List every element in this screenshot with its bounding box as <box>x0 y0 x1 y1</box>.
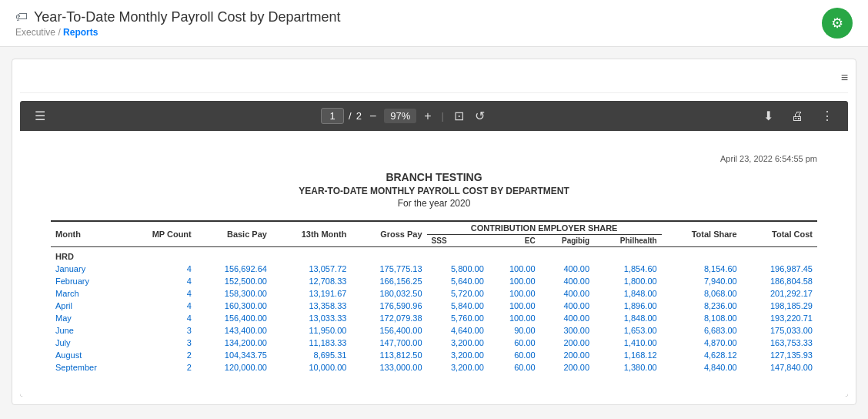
col-mp-count: MP Count <box>125 221 195 247</box>
table-row: September2120,000.0010,000.00133,000.003… <box>51 361 817 374</box>
page-separator: / <box>349 110 352 122</box>
table-row: May4156,400.0013,033.33172,079.385,760.0… <box>51 312 817 324</box>
zoom-in-button[interactable]: + <box>421 108 434 125</box>
report-table: Month MP Count Basic Pay 13th Month Gros… <box>51 220 817 374</box>
col-ec: EC <box>489 235 540 247</box>
fit-button[interactable]: ⊡ <box>451 107 467 125</box>
company-name: BRANCH TESTING <box>51 171 817 183</box>
total-pages: 2 <box>356 110 362 122</box>
report-timestamp: April 23, 2022 6:54:55 pm <box>51 154 817 163</box>
report-period: For the year 2020 <box>51 198 817 209</box>
report-title-block: BRANCH TESTING YEAR-TO-DATE MONTHLY PAYR… <box>51 171 817 209</box>
filter-bar: ≡ <box>20 67 848 93</box>
pdf-viewer: ☰ / 2 − 97% + | ⊡ ↺ ⬇ 🖨 ⋮ <box>20 101 848 397</box>
menu-button[interactable]: ☰ <box>32 107 48 125</box>
table-row: August2104,343.758,695.31113,812.503,200… <box>51 349 817 361</box>
zoom-level: 97% <box>384 109 416 123</box>
table-row: February4152,500.0012,708.33166,156.255,… <box>51 275 817 287</box>
pdf-toolbar-left: ☰ <box>32 107 48 125</box>
zoom-out-button[interactable]: − <box>366 108 379 125</box>
gear-button[interactable]: ⚙ <box>822 8 853 39</box>
col-pagibig: Pagibig <box>540 235 594 247</box>
pdf-toolbar-right: ⬇ 🖨 ⋮ <box>760 107 836 125</box>
report-name: YEAR-TO-DATE MONTHLY PAYROLL COST BY DEP… <box>51 186 817 196</box>
col-basic-pay: Basic Pay <box>196 221 272 247</box>
breadcrumb: Executive / Reports <box>15 27 341 38</box>
breadcrumb-current[interactable]: Reports <box>63 27 98 38</box>
gear-icon: ⚙ <box>831 15 843 32</box>
table-row: June3143,400.0011,950.00156,400.004,640.… <box>51 324 817 337</box>
col-total-cost: Total Cost <box>742 221 817 247</box>
col-month: Month <box>51 221 125 247</box>
table-row: January4156,692.6413,057.72175,775.135,8… <box>51 263 817 275</box>
contribution-header: CONTRIBUTION EMPLOYER SHARE <box>427 221 662 235</box>
table-row: July3134,200.0011,183.33147,700.003,200.… <box>51 337 817 349</box>
top-bar-left: 🏷 Year-To-Date Monthly Payroll Cost by D… <box>15 9 341 38</box>
page-title-text: Year-To-Date Monthly Payroll Cost by Dep… <box>34 9 341 25</box>
tag-icon: 🏷 <box>15 10 28 24</box>
pdf-page: April 23, 2022 6:54:55 pm BRANCH TESTING… <box>20 131 848 397</box>
more-button[interactable]: ⋮ <box>818 107 836 125</box>
col-total-share: Total Share <box>662 221 742 247</box>
table-row: April4160,300.0013,358.33176,590.965,840… <box>51 300 817 312</box>
col-gross-pay: Gross Pay <box>351 221 426 247</box>
page-input[interactable] <box>321 108 344 124</box>
content-area: ≡ ☰ / 2 − 97% + | ⊡ ↺ <box>0 47 868 417</box>
pdf-toolbar-center: / 2 − 97% + | ⊡ ↺ <box>321 107 488 125</box>
section-hrd: HRD <box>51 247 817 263</box>
rotate-button[interactable]: ↺ <box>472 107 488 125</box>
pdf-container: ≡ ☰ / 2 − 97% + | ⊡ ↺ <box>12 59 856 405</box>
top-bar: 🏷 Year-To-Date Monthly Payroll Cost by D… <box>0 0 868 47</box>
download-button[interactable]: ⬇ <box>760 107 776 125</box>
col-sss: SSS <box>427 235 489 247</box>
table-row: March4158,300.0013,191.67180,032.505,720… <box>51 287 817 300</box>
page-title: 🏷 Year-To-Date Monthly Payroll Cost by D… <box>15 9 341 25</box>
filter-icon[interactable]: ≡ <box>841 71 848 85</box>
breadcrumb-parent[interactable]: Executive <box>15 27 55 38</box>
print-button[interactable]: 🖨 <box>788 108 806 125</box>
pdf-toolbar: ☰ / 2 − 97% + | ⊡ ↺ ⬇ 🖨 ⋮ <box>20 101 848 131</box>
breadcrumb-separator: / <box>58 27 60 38</box>
col-philhealth: Philhealth <box>594 235 662 247</box>
col-13th: 13th Month <box>272 221 351 247</box>
toolbar-separator-2: | <box>439 110 446 122</box>
